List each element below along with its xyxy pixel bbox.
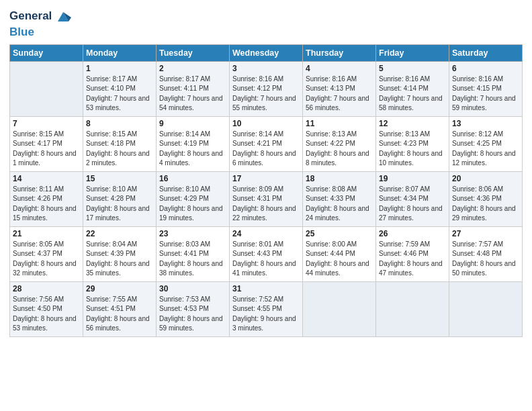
cell-info: Sunrise: 8:12 AMSunset: 4:25 PMDaylight:…	[452, 130, 519, 169]
calendar-cell	[449, 281, 523, 336]
cell-info: Sunrise: 8:03 AMSunset: 4:41 PMDaylight:…	[159, 240, 226, 279]
cell-info: Sunrise: 8:01 AMSunset: 4:43 PMDaylight:…	[232, 240, 300, 279]
cell-info: Sunrise: 8:10 AMSunset: 4:28 PMDaylight:…	[86, 185, 153, 224]
day-number: 18	[306, 174, 373, 183]
calendar-cell: 1Sunrise: 8:17 AMSunset: 4:10 PMDaylight…	[83, 61, 157, 116]
calendar-cell	[303, 281, 376, 336]
calendar-cell: 23Sunrise: 8:03 AMSunset: 4:41 PMDayligh…	[157, 226, 230, 281]
calendar-cell: 15Sunrise: 8:10 AMSunset: 4:28 PMDayligh…	[83, 171, 157, 226]
calendar-cell: 6Sunrise: 8:16 AMSunset: 4:15 PMDaylight…	[449, 61, 523, 116]
calendar-cell: 7Sunrise: 8:15 AMSunset: 4:17 PMDaylight…	[10, 116, 83, 171]
calendar-cell: 30Sunrise: 7:53 AMSunset: 4:53 PMDayligh…	[157, 281, 230, 336]
calendar-cell: 16Sunrise: 8:10 AMSunset: 4:29 PMDayligh…	[157, 171, 230, 226]
cell-info: Sunrise: 8:13 AMSunset: 4:22 PMDaylight:…	[306, 130, 373, 169]
cell-info: Sunrise: 8:00 AMSunset: 4:44 PMDaylight:…	[306, 240, 373, 279]
calendar-cell: 9Sunrise: 8:14 AMSunset: 4:19 PMDaylight…	[157, 116, 230, 171]
cell-info: Sunrise: 8:05 AMSunset: 4:37 PMDaylight:…	[13, 240, 80, 279]
col-header-thursday: Thursday	[303, 44, 376, 61]
day-number: 13	[452, 119, 519, 128]
cell-info: Sunrise: 8:16 AMSunset: 4:13 PMDaylight:…	[306, 75, 373, 113]
day-number: 11	[306, 119, 373, 128]
day-number: 16	[159, 174, 226, 183]
logo: General Blue	[9, 7, 73, 39]
calendar-cell: 31Sunrise: 7:52 AMSunset: 4:55 PMDayligh…	[230, 281, 303, 336]
cell-info: Sunrise: 8:15 AMSunset: 4:18 PMDaylight:…	[86, 130, 153, 169]
cell-info: Sunrise: 8:10 AMSunset: 4:29 PMDaylight:…	[159, 185, 226, 224]
cell-info: Sunrise: 8:16 AMSunset: 4:15 PMDaylight:…	[452, 75, 519, 113]
calendar-cell: 8Sunrise: 8:15 AMSunset: 4:18 PMDaylight…	[83, 116, 157, 171]
calendar-cell: 25Sunrise: 8:00 AMSunset: 4:44 PMDayligh…	[303, 226, 376, 281]
calendar-cell: 18Sunrise: 8:08 AMSunset: 4:33 PMDayligh…	[303, 171, 376, 226]
calendar-cell: 3Sunrise: 8:16 AMSunset: 4:12 PMDaylight…	[230, 61, 303, 116]
calendar-week-row: 21Sunrise: 8:05 AMSunset: 4:37 PMDayligh…	[10, 226, 523, 281]
day-number: 10	[232, 119, 300, 128]
calendar-week-row: 7Sunrise: 8:15 AMSunset: 4:17 PMDaylight…	[10, 116, 523, 171]
col-header-saturday: Saturday	[449, 44, 523, 61]
day-number: 27	[452, 229, 519, 238]
cell-info: Sunrise: 8:07 AMSunset: 4:34 PMDaylight:…	[379, 185, 446, 224]
calendar-cell: 19Sunrise: 8:07 AMSunset: 4:34 PMDayligh…	[376, 171, 449, 226]
day-number: 26	[379, 229, 446, 238]
cell-info: Sunrise: 8:11 AMSunset: 4:26 PMDaylight:…	[13, 185, 80, 224]
calendar-cell: 5Sunrise: 8:16 AMSunset: 4:14 PMDaylight…	[376, 61, 449, 116]
day-number: 31	[232, 284, 300, 293]
day-number: 6	[452, 64, 519, 73]
day-number: 23	[159, 229, 226, 238]
calendar-cell: 27Sunrise: 7:57 AMSunset: 4:48 PMDayligh…	[449, 226, 523, 281]
calendar-cell: 2Sunrise: 8:17 AMSunset: 4:11 PMDaylight…	[157, 61, 230, 116]
day-number: 21	[13, 229, 80, 238]
logo-text-blue: Blue	[9, 26, 34, 38]
col-header-wednesday: Wednesday	[230, 44, 303, 61]
calendar-cell	[376, 281, 449, 336]
col-header-sunday: Sunday	[10, 44, 83, 61]
day-number: 22	[86, 229, 153, 238]
day-number: 7	[13, 119, 80, 128]
day-number: 28	[13, 284, 80, 293]
calendar-week-row: 1Sunrise: 8:17 AMSunset: 4:10 PMDaylight…	[10, 61, 523, 116]
cell-info: Sunrise: 8:17 AMSunset: 4:10 PMDaylight:…	[86, 75, 153, 113]
day-number: 25	[306, 229, 373, 238]
calendar-cell: 11Sunrise: 8:13 AMSunset: 4:22 PMDayligh…	[303, 116, 376, 171]
cell-info: Sunrise: 8:14 AMSunset: 4:19 PMDaylight:…	[159, 130, 226, 169]
day-number: 15	[86, 174, 153, 183]
cell-info: Sunrise: 8:09 AMSunset: 4:31 PMDaylight:…	[232, 185, 300, 224]
day-number: 8	[86, 119, 153, 128]
calendar-cell: 20Sunrise: 8:06 AMSunset: 4:36 PMDayligh…	[449, 171, 523, 226]
calendar-header-row: SundayMondayTuesdayWednesdayThursdayFrid…	[10, 44, 523, 61]
cell-info: Sunrise: 8:15 AMSunset: 4:17 PMDaylight:…	[13, 130, 80, 169]
cell-info: Sunrise: 7:56 AMSunset: 4:50 PMDaylight:…	[13, 295, 80, 334]
calendar-week-row: 28Sunrise: 7:56 AMSunset: 4:50 PMDayligh…	[10, 281, 523, 336]
calendar-cell: 28Sunrise: 7:56 AMSunset: 4:50 PMDayligh…	[10, 281, 83, 336]
calendar-table: SundayMondayTuesdayWednesdayThursdayFrid…	[9, 44, 523, 337]
cell-info: Sunrise: 8:06 AMSunset: 4:36 PMDaylight:…	[452, 185, 519, 224]
day-number: 17	[232, 174, 300, 183]
cell-info: Sunrise: 7:53 AMSunset: 4:53 PMDaylight:…	[159, 295, 226, 334]
calendar-cell	[10, 61, 83, 116]
day-number: 29	[86, 284, 153, 293]
day-number: 14	[13, 174, 80, 183]
day-number: 5	[379, 64, 446, 73]
calendar-cell: 10Sunrise: 8:14 AMSunset: 4:21 PMDayligh…	[230, 116, 303, 171]
calendar-cell: 13Sunrise: 8:12 AMSunset: 4:25 PMDayligh…	[449, 116, 523, 171]
cell-info: Sunrise: 8:13 AMSunset: 4:23 PMDaylight:…	[379, 130, 446, 169]
calendar-week-row: 14Sunrise: 8:11 AMSunset: 4:26 PMDayligh…	[10, 171, 523, 226]
logo-icon	[54, 7, 73, 26]
day-number: 4	[306, 64, 373, 73]
calendar-cell: 4Sunrise: 8:16 AMSunset: 4:13 PMDaylight…	[303, 61, 376, 116]
calendar-cell: 22Sunrise: 8:04 AMSunset: 4:39 PMDayligh…	[83, 226, 157, 281]
calendar-cell: 17Sunrise: 8:09 AMSunset: 4:31 PMDayligh…	[230, 171, 303, 226]
col-header-friday: Friday	[376, 44, 449, 61]
day-number: 2	[159, 64, 226, 73]
day-number: 1	[86, 64, 153, 73]
day-number: 19	[379, 174, 446, 183]
page-header: General Blue	[9, 7, 523, 39]
day-number: 20	[452, 174, 519, 183]
calendar-cell: 14Sunrise: 8:11 AMSunset: 4:26 PMDayligh…	[10, 171, 83, 226]
cell-info: Sunrise: 7:52 AMSunset: 4:55 PMDaylight:…	[232, 295, 300, 334]
day-number: 9	[159, 119, 226, 128]
cell-info: Sunrise: 8:16 AMSunset: 4:12 PMDaylight:…	[232, 75, 300, 113]
cell-info: Sunrise: 8:16 AMSunset: 4:14 PMDaylight:…	[379, 75, 446, 113]
cell-info: Sunrise: 8:14 AMSunset: 4:21 PMDaylight:…	[232, 130, 300, 169]
cell-info: Sunrise: 8:17 AMSunset: 4:11 PMDaylight:…	[159, 75, 226, 113]
calendar-cell: 12Sunrise: 8:13 AMSunset: 4:23 PMDayligh…	[376, 116, 449, 171]
